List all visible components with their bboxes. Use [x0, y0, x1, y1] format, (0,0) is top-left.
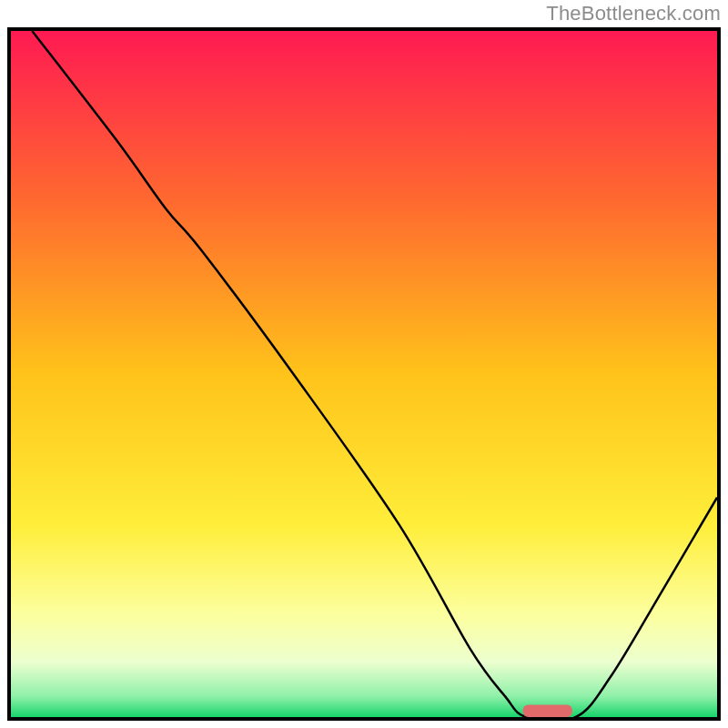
chart-plot-area: [7, 27, 721, 721]
chart-svg: [11, 31, 717, 717]
chart-background-gradient: [11, 31, 717, 717]
optimal-range-marker: [523, 704, 572, 717]
watermark-text: TheBottleneck.com: [546, 2, 721, 25]
